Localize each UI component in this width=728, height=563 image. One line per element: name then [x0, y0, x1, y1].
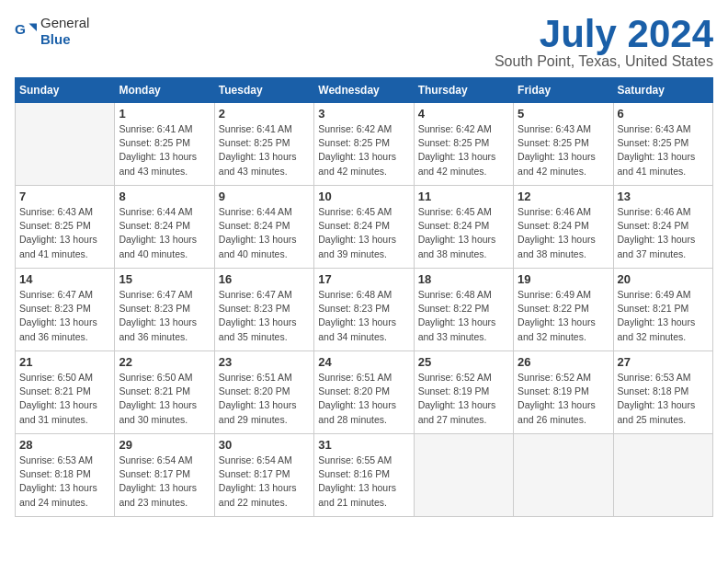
weekday-header-tuesday: Tuesday	[214, 78, 313, 103]
day-info: Sunrise: 6:52 AM Sunset: 8:19 PM Dayligh…	[518, 371, 609, 427]
weekday-header-thursday: Thursday	[414, 78, 513, 103]
day-number: 2	[219, 107, 310, 121]
day-number: 20	[618, 272, 709, 286]
title-block: July 2024 South Point, Texas, United Sta…	[495, 15, 713, 70]
day-info: Sunrise: 6:47 AM Sunset: 8:23 PM Dayligh…	[19, 288, 110, 344]
calendar-cell: 3Sunrise: 6:42 AM Sunset: 8:25 PM Daylig…	[314, 103, 414, 186]
day-number: 11	[418, 190, 509, 203]
calendar-cell: 25Sunrise: 6:52 AM Sunset: 8:19 PM Dayli…	[414, 351, 513, 434]
day-info: Sunrise: 6:43 AM Sunset: 8:25 PM Dayligh…	[618, 122, 709, 178]
day-info: Sunrise: 6:48 AM Sunset: 8:23 PM Dayligh…	[318, 288, 409, 344]
day-info: Sunrise: 6:54 AM Sunset: 8:17 PM Dayligh…	[219, 454, 310, 510]
day-info: Sunrise: 6:42 AM Sunset: 8:25 PM Dayligh…	[418, 122, 509, 178]
weekday-header-friday: Friday	[514, 78, 613, 103]
logo-icon: G	[15, 20, 37, 42]
calendar-cell: 15Sunrise: 6:47 AM Sunset: 8:23 PM Dayli…	[115, 269, 214, 351]
weekday-header-monday: Monday	[115, 78, 214, 103]
calendar-cell: 30Sunrise: 6:54 AM Sunset: 8:17 PM Dayli…	[214, 434, 313, 517]
day-info: Sunrise: 6:43 AM Sunset: 8:25 PM Dayligh…	[518, 122, 609, 178]
weekday-header-row: SundayMondayTuesdayWednesdayThursdayFrid…	[16, 78, 713, 103]
day-info: Sunrise: 6:44 AM Sunset: 8:24 PM Dayligh…	[119, 205, 210, 261]
svg-text:G: G	[15, 21, 26, 37]
calendar-cell	[16, 103, 115, 186]
day-info: Sunrise: 6:45 AM Sunset: 8:24 PM Dayligh…	[318, 205, 409, 261]
day-number: 24	[318, 355, 409, 369]
calendar-cell: 10Sunrise: 6:45 AM Sunset: 8:24 PM Dayli…	[314, 186, 414, 269]
day-number: 23	[219, 355, 310, 369]
logo-general: General	[40, 15, 89, 30]
logo: G General Blue	[15, 15, 89, 48]
day-number: 3	[318, 107, 409, 121]
day-info: Sunrise: 6:51 AM Sunset: 8:20 PM Dayligh…	[219, 371, 310, 427]
logo-blue: Blue	[40, 31, 71, 47]
day-info: Sunrise: 6:48 AM Sunset: 8:22 PM Dayligh…	[418, 288, 509, 344]
day-info: Sunrise: 6:43 AM Sunset: 8:25 PM Dayligh…	[19, 205, 110, 261]
day-info: Sunrise: 6:51 AM Sunset: 8:20 PM Dayligh…	[318, 371, 409, 427]
day-number: 13	[618, 190, 709, 203]
week-row-3: 14Sunrise: 6:47 AM Sunset: 8:23 PM Dayli…	[16, 269, 713, 351]
calendar-cell: 8Sunrise: 6:44 AM Sunset: 8:24 PM Daylig…	[115, 186, 214, 269]
day-number: 9	[219, 190, 310, 203]
day-info: Sunrise: 6:45 AM Sunset: 8:24 PM Dayligh…	[418, 205, 509, 261]
day-info: Sunrise: 6:41 AM Sunset: 8:25 PM Dayligh…	[119, 122, 210, 178]
svg-marker-1	[28, 23, 37, 31]
day-info: Sunrise: 6:50 AM Sunset: 8:21 PM Dayligh…	[19, 371, 110, 427]
day-number: 16	[219, 272, 310, 286]
day-number: 30	[219, 438, 310, 452]
subtitle: South Point, Texas, United States	[495, 53, 713, 70]
day-info: Sunrise: 6:44 AM Sunset: 8:24 PM Dayligh…	[219, 205, 310, 261]
calendar-cell: 24Sunrise: 6:51 AM Sunset: 8:20 PM Dayli…	[314, 351, 414, 434]
day-info: Sunrise: 6:53 AM Sunset: 8:18 PM Dayligh…	[618, 371, 709, 427]
calendar-cell: 12Sunrise: 6:46 AM Sunset: 8:24 PM Dayli…	[514, 186, 613, 269]
calendar-cell: 14Sunrise: 6:47 AM Sunset: 8:23 PM Dayli…	[16, 269, 115, 351]
calendar-cell: 16Sunrise: 6:47 AM Sunset: 8:23 PM Dayli…	[214, 269, 313, 351]
day-number: 12	[518, 190, 609, 203]
day-info: Sunrise: 6:49 AM Sunset: 8:22 PM Dayligh…	[518, 288, 609, 344]
calendar-cell	[414, 434, 513, 517]
calendar-cell: 21Sunrise: 6:50 AM Sunset: 8:21 PM Dayli…	[16, 351, 115, 434]
weekday-header-saturday: Saturday	[613, 78, 712, 103]
day-number: 27	[618, 355, 709, 369]
calendar: SundayMondayTuesdayWednesdayThursdayFrid…	[15, 77, 713, 517]
calendar-cell: 2Sunrise: 6:41 AM Sunset: 8:25 PM Daylig…	[214, 103, 313, 186]
calendar-cell: 29Sunrise: 6:54 AM Sunset: 8:17 PM Dayli…	[115, 434, 214, 517]
day-info: Sunrise: 6:50 AM Sunset: 8:21 PM Dayligh…	[119, 371, 210, 427]
calendar-cell: 4Sunrise: 6:42 AM Sunset: 8:25 PM Daylig…	[414, 103, 513, 186]
calendar-cell: 20Sunrise: 6:49 AM Sunset: 8:21 PM Dayli…	[613, 269, 712, 351]
calendar-cell: 28Sunrise: 6:53 AM Sunset: 8:18 PM Dayli…	[16, 434, 115, 517]
day-info: Sunrise: 6:49 AM Sunset: 8:21 PM Dayligh…	[618, 288, 709, 344]
day-number: 29	[119, 438, 210, 452]
day-number: 25	[418, 355, 509, 369]
calendar-cell: 18Sunrise: 6:48 AM Sunset: 8:22 PM Dayli…	[414, 269, 513, 351]
day-info: Sunrise: 6:47 AM Sunset: 8:23 PM Dayligh…	[219, 288, 310, 344]
main-title: July 2024	[495, 15, 713, 53]
calendar-cell: 6Sunrise: 6:43 AM Sunset: 8:25 PM Daylig…	[613, 103, 712, 186]
day-number: 31	[318, 438, 409, 452]
logo-text: General Blue	[40, 15, 89, 48]
day-info: Sunrise: 6:55 AM Sunset: 8:16 PM Dayligh…	[318, 454, 409, 510]
day-number: 26	[518, 355, 609, 369]
day-info: Sunrise: 6:52 AM Sunset: 8:19 PM Dayligh…	[418, 371, 509, 427]
header: G General Blue July 2024 South Point, Te…	[15, 15, 713, 70]
day-number: 1	[119, 107, 210, 121]
day-number: 8	[119, 190, 210, 203]
day-number: 5	[518, 107, 609, 121]
day-number: 7	[19, 190, 110, 203]
week-row-2: 7Sunrise: 6:43 AM Sunset: 8:25 PM Daylig…	[16, 186, 713, 269]
day-number: 22	[119, 355, 210, 369]
day-number: 14	[19, 272, 110, 286]
day-number: 21	[19, 355, 110, 369]
day-number: 6	[618, 107, 709, 121]
calendar-cell: 31Sunrise: 6:55 AM Sunset: 8:16 PM Dayli…	[314, 434, 414, 517]
calendar-cell	[613, 434, 712, 517]
day-number: 28	[19, 438, 110, 452]
day-number: 4	[418, 107, 509, 121]
calendar-cell: 17Sunrise: 6:48 AM Sunset: 8:23 PM Dayli…	[314, 269, 414, 351]
day-info: Sunrise: 6:54 AM Sunset: 8:17 PM Dayligh…	[119, 454, 210, 510]
day-info: Sunrise: 6:53 AM Sunset: 8:18 PM Dayligh…	[19, 454, 110, 510]
calendar-cell	[514, 434, 613, 517]
weekday-header-wednesday: Wednesday	[314, 78, 414, 103]
day-info: Sunrise: 6:47 AM Sunset: 8:23 PM Dayligh…	[119, 288, 210, 344]
day-info: Sunrise: 6:46 AM Sunset: 8:24 PM Dayligh…	[618, 205, 709, 261]
day-number: 10	[318, 190, 409, 203]
